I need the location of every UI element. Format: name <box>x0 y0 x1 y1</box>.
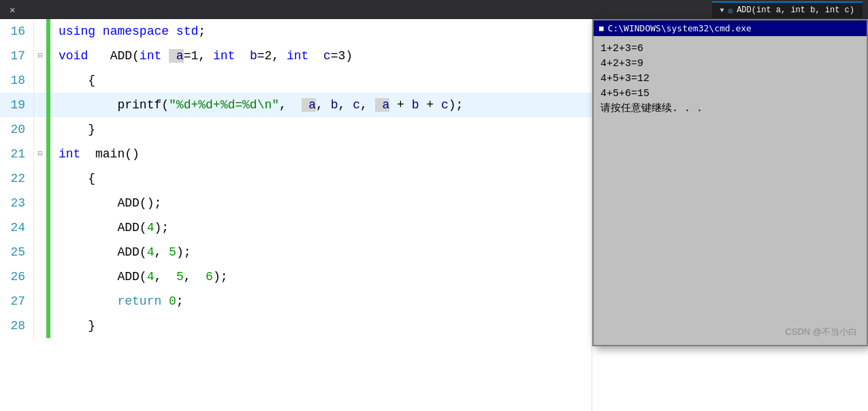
editor-container: 16 using namespace std; 17 ⊟ void ADD(in… <box>0 19 868 411</box>
code-content-23: ADD(); <box>50 191 161 215</box>
code-editor[interactable]: 16 using namespace std; 17 ⊟ void ADD(in… <box>0 19 592 411</box>
cmd-output: 1+2+3=6 4+2+3=9 4+5+3=12 4+5+6=15 请按任意键继… <box>594 36 867 122</box>
code-content-18: { <box>50 68 95 93</box>
code-content-22: { <box>50 166 95 191</box>
table-row: 22 { <box>0 166 592 191</box>
table-row: 28 } <box>0 314 592 338</box>
cmd-output-line-2: 4+2+3=9 <box>600 57 860 72</box>
table-row: 24 ADD(4); <box>0 215 592 240</box>
cmd-output-line-3: 4+5+3=12 <box>600 72 860 87</box>
line-number-25: 25 <box>0 240 34 264</box>
table-row: 16 using namespace std; <box>0 19 592 44</box>
code-content-17: void ADD(int a=1, int b=2, int c=3) <box>50 44 353 68</box>
table-row: 17 ⊟ void ADD(int a=1, int b=2, int c=3) <box>0 44 592 68</box>
line-number-19: 19 <box>0 93 34 117</box>
cmd-window[interactable]: ■ C:\WINDOWS\system32\cmd.exe 1+2+3=6 4+… <box>592 19 868 346</box>
close-button[interactable]: ✕ <box>5 3 19 17</box>
tab-dropdown-icon[interactable]: ▼ <box>720 7 724 14</box>
fold-21[interactable]: ⊟ <box>34 142 46 166</box>
cmd-output-line-4: 4+5+6=15 <box>600 87 860 102</box>
line-number-20: 20 <box>0 117 34 142</box>
line-number-17: 17 <box>0 44 34 68</box>
cmd-title-bar: ■ C:\WINDOWS\system32\cmd.exe <box>594 20 867 36</box>
table-row: 19 printf("%d+%d+%d=%d\n", a, b, c, a + … <box>0 93 592 117</box>
code-content-21: int main() <box>50 142 140 166</box>
table-row: 18 { <box>0 68 592 93</box>
line-number-23: 23 <box>0 191 34 215</box>
table-row: 27 return 0; <box>0 289 592 314</box>
table-row: 25 ADD(4, 5); <box>0 240 592 264</box>
line-number-24: 24 <box>0 215 34 240</box>
cmd-title: C:\WINDOWS\system32\cmd.exe <box>608 23 752 33</box>
editor-tab[interactable]: ▼ ◎ ADD(int a, int b, int c) <box>712 1 863 18</box>
code-content-28: } <box>50 314 95 338</box>
code-content-16: using namespace std; <box>50 19 206 44</box>
title-bar-left: ✕ <box>5 3 19 17</box>
cmd-output-line-1: 1+2+3=6 <box>600 42 860 57</box>
cmd-output-line-5: 请按任意键继续. . . <box>600 102 860 117</box>
line-number-22: 22 <box>0 166 34 191</box>
line-number-18: 18 <box>0 68 34 93</box>
fold-17[interactable]: ⊟ <box>34 44 46 68</box>
code-content-25: ADD(4, 5); <box>50 240 191 264</box>
line-number-27: 27 <box>0 289 34 314</box>
code-lines: 16 using namespace std; 17 ⊟ void ADD(in… <box>0 19 592 338</box>
code-content-26: ADD(4, 5, 6); <box>50 264 228 289</box>
line-number-16: 16 <box>0 19 34 44</box>
table-row: 26 ADD(4, 5, 6); <box>0 264 592 289</box>
cmd-icon: ■ <box>599 24 604 33</box>
tab-file-icon: ◎ <box>728 6 733 15</box>
code-content-27: return 0; <box>50 289 184 314</box>
table-row: 21 ⊟ int main() <box>0 142 592 166</box>
code-content-20: } <box>50 117 95 142</box>
code-content-24: ADD(4); <box>50 215 169 240</box>
line-number-21: 21 <box>0 142 34 166</box>
watermark: CSDN @不当小白 <box>785 326 857 338</box>
title-bar: ✕ ▼ ◎ ADD(int a, int b, int c) <box>0 0 868 19</box>
line-number-28: 28 <box>0 314 34 338</box>
line-number-26: 26 <box>0 264 34 289</box>
code-content-19: printf("%d+%d+%d=%d\n", a, b, c, a + b +… <box>50 93 463 117</box>
table-row: 23 ADD(); <box>0 191 592 215</box>
table-row: 20 } <box>0 117 592 142</box>
tab-label: ADD(int a, int b, int c) <box>737 5 854 15</box>
